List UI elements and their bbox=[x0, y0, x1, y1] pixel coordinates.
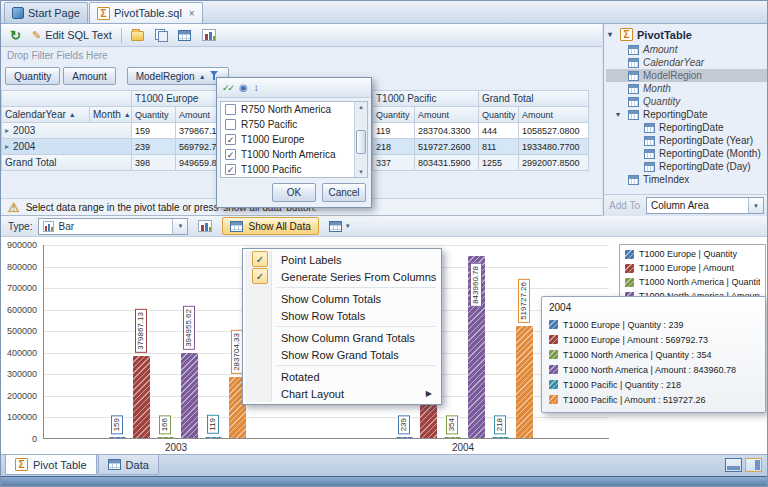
data-field-quantity[interactable]: Quantity bbox=[5, 67, 60, 85]
chevron-down-icon[interactable]: ▼ bbox=[345, 223, 351, 229]
tree-item[interactable]: ReportingDate (Year) bbox=[606, 134, 767, 147]
pivot-value-cell[interactable]: 159 bbox=[132, 123, 176, 139]
menu-item[interactable]: Chart Layout▶ bbox=[245, 385, 439, 402]
pivot-value-cell[interactable]: 519727.2600 bbox=[415, 139, 479, 155]
tab-pivot-table[interactable]: Σ Pivot Table bbox=[5, 455, 97, 475]
menu-item[interactable]: Show Row Grand Totals bbox=[245, 346, 439, 363]
filter-item[interactable]: R750 Pacific bbox=[221, 117, 354, 132]
scroll-down-icon[interactable]: ▼ bbox=[358, 169, 364, 175]
checkbox-icon[interactable]: ✓ bbox=[225, 164, 236, 175]
pivot-value-cell[interactable]: 119 bbox=[373, 123, 415, 139]
pivot-measure-header[interactable]: Quantity bbox=[373, 107, 415, 123]
edit-sql-button[interactable]: ✎ Edit SQL Text bbox=[28, 26, 116, 45]
menu-item[interactable]: ✓Point Labels bbox=[245, 251, 439, 268]
pivot-row-field-button[interactable]: Month▲ bbox=[90, 107, 132, 123]
grid-options-button[interactable]: ▼ bbox=[325, 217, 355, 235]
tab-data[interactable]: Data bbox=[98, 455, 159, 475]
pivot-value-cell[interactable]: 1255 bbox=[479, 155, 519, 171]
tab-close-icon[interactable]: × bbox=[189, 8, 195, 19]
single-select-icon[interactable]: ◉ bbox=[239, 80, 248, 95]
area-combo[interactable]: Column Area ▼ bbox=[646, 197, 764, 214]
chart-type-combo[interactable]: Bar ▼ bbox=[38, 218, 188, 235]
pivot-value-cell[interactable]: 811 bbox=[479, 139, 519, 155]
pivot-measure-header[interactable]: Amount bbox=[519, 107, 589, 123]
chart-bar[interactable] bbox=[157, 437, 174, 438]
legend-item[interactable]: T1000 Europe | Amount bbox=[625, 263, 760, 273]
tree-item[interactable]: ▾ReportingDate bbox=[606, 108, 767, 121]
tree-root[interactable]: ▾ Σ PivotTable bbox=[606, 26, 767, 43]
chart-bar[interactable] bbox=[133, 356, 150, 438]
pivot-value-cell[interactable]: 239 bbox=[132, 139, 176, 155]
dock-bottom-icon[interactable] bbox=[725, 458, 742, 472]
filter-scrollbar[interactable]: ▲ ▼ bbox=[354, 102, 367, 177]
menu-item[interactable]: ✓Generate Series From Columns bbox=[245, 268, 439, 285]
pivot-measure-header[interactable]: Quantity bbox=[132, 107, 176, 123]
cancel-button[interactable]: Cancel bbox=[322, 183, 366, 202]
pivot-value-cell[interactable]: 218 bbox=[373, 139, 415, 155]
expand-row-icon[interactable]: ▸ bbox=[5, 142, 9, 151]
legend-item[interactable]: T1000 North America | Quantity bbox=[625, 277, 760, 287]
add-to-button[interactable]: Add To bbox=[609, 200, 640, 211]
refresh-button[interactable]: ↻ bbox=[6, 26, 25, 45]
checkbox-icon[interactable]: ✓ bbox=[225, 149, 236, 160]
filter-item[interactable]: ✓T1000 North America bbox=[221, 147, 354, 162]
pivot-column-group-header[interactable]: Grand Total bbox=[479, 91, 589, 107]
chevron-down-icon[interactable]: ▼ bbox=[748, 198, 763, 213]
grid-view-button[interactable] bbox=[174, 26, 195, 45]
menu-item[interactable]: Show Column Totals bbox=[245, 290, 439, 307]
tree-item[interactable]: CalendarYear bbox=[606, 56, 767, 69]
sort-toggle-icon[interactable]: ↕ bbox=[254, 80, 259, 95]
expand-row-icon[interactable]: ▸ bbox=[5, 126, 9, 135]
chart-bar[interactable] bbox=[492, 437, 509, 438]
filter-item[interactable]: ✓T1000 Europe bbox=[221, 132, 354, 147]
checkbox-icon[interactable] bbox=[225, 119, 236, 130]
tab-start-page[interactable]: Start Page bbox=[4, 2, 88, 23]
chart-view-button[interactable] bbox=[198, 26, 220, 45]
chart-bar[interactable] bbox=[109, 437, 126, 438]
chart-bar[interactable] bbox=[396, 437, 413, 438]
tree-collapse-icon[interactable]: ▾ bbox=[616, 110, 624, 119]
tree-item[interactable]: ModelRegion bbox=[606, 69, 767, 82]
chevron-down-icon[interactable]: ▼ bbox=[172, 219, 187, 234]
pivot-value-cell[interactable]: 283704.3300 bbox=[415, 123, 479, 139]
pivot-value-cell[interactable]: 1058527.0800 bbox=[519, 123, 589, 139]
checkbox-icon[interactable]: ✓ bbox=[225, 134, 236, 145]
menu-item[interactable]: Show Row Totals bbox=[245, 307, 439, 324]
checkbox-icon[interactable] bbox=[225, 104, 236, 115]
pivot-measure-header[interactable]: Amount bbox=[415, 107, 479, 123]
chart-bar[interactable] bbox=[205, 437, 222, 438]
chart-bar[interactable] bbox=[516, 326, 533, 438]
pivot-row-field-button[interactable]: CalendarYear▲ bbox=[2, 107, 90, 123]
scrollbar-thumb[interactable] bbox=[356, 130, 366, 154]
drop-filter-zone[interactable]: Drop Filter Fields Here bbox=[7, 50, 108, 61]
tree-item[interactable]: ReportingDate (Month) bbox=[606, 147, 767, 160]
pivot-column-group-header[interactable]: T1000 Pacific bbox=[373, 91, 479, 107]
filter-item[interactable]: R750 North America bbox=[221, 102, 354, 117]
chart-bar[interactable] bbox=[444, 437, 461, 438]
copy-button[interactable] bbox=[151, 26, 171, 45]
pivot-value-cell[interactable]: 444 bbox=[479, 123, 519, 139]
dock-right-icon[interactable] bbox=[745, 458, 762, 472]
tree-item[interactable]: TimeIndex bbox=[606, 173, 767, 186]
tree-item[interactable]: Amount bbox=[606, 43, 767, 56]
multi-select-icon[interactable]: ✓✓ bbox=[222, 80, 233, 95]
pivot-row-label[interactable]: ▸2003 bbox=[2, 123, 132, 139]
tree-collapse-icon[interactable]: ▾ bbox=[608, 30, 616, 39]
ok-button[interactable]: OK bbox=[272, 183, 316, 202]
tree-item[interactable]: Month bbox=[606, 82, 767, 95]
pivot-row-label[interactable]: ▸2004 bbox=[2, 139, 132, 155]
show-all-data-button[interactable]: Show All Data bbox=[222, 217, 318, 235]
menu-item[interactable]: Show Column Grand Totals bbox=[245, 329, 439, 346]
chart-bar[interactable] bbox=[181, 353, 198, 438]
open-button[interactable] bbox=[127, 26, 148, 45]
tree-item[interactable]: ReportingDate (Day) bbox=[606, 160, 767, 173]
pivot-row-label[interactable]: Grand Total bbox=[2, 155, 132, 171]
tab-pivottable-sql[interactable]: Σ PivotTable.sql × bbox=[89, 2, 203, 23]
pivot-value-cell[interactable]: 398 bbox=[132, 155, 176, 171]
pivot-value-cell[interactable]: 803431.5900 bbox=[415, 155, 479, 171]
menu-item[interactable]: Rotated bbox=[245, 368, 439, 385]
scroll-up-icon[interactable]: ▲ bbox=[358, 104, 364, 110]
pivot-value-cell[interactable]: 1933480.7700 bbox=[519, 139, 589, 155]
tree-item[interactable]: ReportingDate bbox=[606, 121, 767, 134]
column-field-modelregion[interactable]: ModelRegion ▲ bbox=[127, 67, 229, 85]
